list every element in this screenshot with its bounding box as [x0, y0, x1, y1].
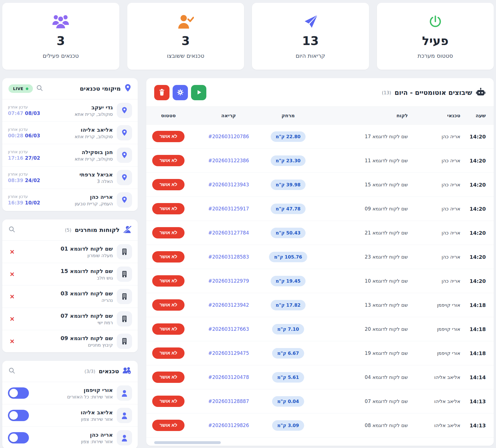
status-badge[interactable]: לא אושר [152, 131, 185, 142]
call-link[interactable]: #202603127784 [208, 230, 249, 236]
assignment-row: 14:20 אריה כהן שם לקוח לדוגמא 17 22.80 ק… [146, 125, 494, 149]
toggle-knob [9, 434, 18, 442]
technician-active-toggle[interactable] [8, 432, 29, 443]
status-badge[interactable]: לא אושר [152, 203, 185, 214]
customer-city: מעלה שומרון [20, 253, 113, 258]
technician-active-toggle[interactable] [8, 410, 29, 421]
remove-excluded-button[interactable]: ✕ [8, 271, 16, 277]
assignment-technician: אריה כהן [408, 206, 460, 212]
status-badge[interactable]: לא אושר [152, 275, 185, 287]
assignment-call: #202603120786 [195, 134, 262, 139]
location-item[interactable]: גדי יעקב סוקולוב, קרית אתא עדכון אחרון 0… [2, 99, 138, 122]
assignment-technician: אריה כהן [408, 230, 460, 236]
toggle-knob [9, 389, 18, 397]
building-icon [117, 244, 132, 259]
assignment-call: #202603127784 [195, 230, 262, 236]
remove-excluded-button[interactable]: ✕ [8, 338, 16, 344]
call-link[interactable]: #202603128583 [208, 254, 249, 260]
call-link[interactable]: #202603125917 [208, 206, 249, 212]
play-icon [195, 89, 202, 97]
assignment-distance: 7.10 ק"מ [262, 324, 314, 334]
run-assignments-button[interactable] [191, 85, 206, 100]
settings-button[interactable] [173, 85, 188, 100]
user-check-icon [177, 14, 194, 29]
col-header-customer: לקוח [314, 113, 408, 118]
search-icon[interactable] [9, 367, 15, 375]
call-link[interactable]: #202603122386 [208, 158, 249, 163]
technician-active-toggle[interactable] [8, 387, 29, 399]
robot-icon [476, 88, 486, 97]
horizontal-scrollbar-thumb[interactable] [154, 441, 221, 444]
distance-badge: 7.10 ק"מ [272, 324, 304, 334]
status-badge[interactable]: לא אושר [152, 323, 185, 335]
last-update-time: 08:39 [8, 178, 23, 183]
technician-name: אליאב אליהו [33, 409, 113, 415]
status-badge[interactable]: לא אושר [152, 179, 185, 190]
stat-label: טכנאים ששובצו [167, 52, 204, 59]
call-link[interactable]: #202603128887 [208, 398, 249, 404]
assignment-call: #202603129826 [195, 423, 262, 428]
status-badge[interactable]: לא אושר [152, 155, 185, 166]
distance-badge: 6.67 ק"מ [272, 348, 304, 359]
col-header-technician: טכנאי [408, 113, 460, 118]
assignment-call: #202603123943 [195, 182, 262, 187]
assignment-customer: שם לקוח לדוגמא 17 [314, 134, 408, 139]
stat-card-assigned-technicians: 3 טכנאים ששובצו [127, 3, 244, 70]
assignment-customer: שם לקוח לדוגמא 11 [314, 158, 408, 163]
call-link[interactable]: #202603123942 [208, 302, 249, 308]
delete-all-button[interactable] [154, 85, 169, 100]
status-badge[interactable]: לא אושר [152, 347, 185, 359]
remove-excluded-button[interactable]: ✕ [8, 316, 16, 322]
remove-excluded-button[interactable]: ✕ [8, 294, 16, 300]
status-badge[interactable]: לא אושר [152, 251, 185, 263]
assignment-technician: אורי קויפמן [408, 302, 460, 308]
technician-locations-panel: מיקומי טכנאים LIVE [2, 78, 138, 211]
status-badge[interactable]: לא אושר [152, 396, 185, 407]
call-link[interactable]: #202603129475 [208, 350, 249, 356]
call-link[interactable]: #202603127663 [208, 326, 249, 332]
status-badge[interactable]: לא אושר [152, 420, 185, 431]
assignments-panel: שיבוצים אוטומטיים - היום (13) [146, 78, 494, 446]
call-link[interactable]: #202603122979 [208, 278, 249, 284]
stat-label: סטטוס מערכת [417, 52, 453, 59]
search-icon[interactable] [36, 85, 43, 93]
paper-plane-icon [303, 14, 318, 29]
assignment-distance: 23.30 ק"מ [262, 155, 314, 166]
technician-address: סוקולוב, קרית אתא [44, 156, 113, 162]
status-badge[interactable]: לא אושר [152, 299, 185, 311]
call-link[interactable]: #202603123943 [208, 182, 249, 187]
location-item[interactable]: אביאל צרפתי האלה 3 עדכון אחרון 08:39 24/… [2, 167, 138, 189]
status-badge[interactable]: לא אושר [152, 227, 185, 238]
assignment-time: 14:20 [460, 206, 486, 212]
assignment-time: 14:20 [460, 182, 486, 188]
call-link[interactable]: #202603120786 [208, 134, 249, 139]
last-update-label: עדכון אחרון [8, 172, 40, 176]
customer-name: שם לקוח לדוגמא 03 [20, 290, 113, 296]
distance-badge: 0.04 ק"מ [272, 396, 304, 407]
call-link[interactable]: #202603120478 [208, 374, 249, 380]
assignment-status: לא אושר [146, 372, 195, 383]
assignment-customer: שם לקוח לדוגמא 23 [314, 254, 408, 260]
excluded-title: לקוחות מוחרגים [75, 227, 120, 233]
technician-item: אורי קויפמן אזור שירות: כל האזורים [2, 382, 138, 404]
remove-excluded-button[interactable]: ✕ [8, 249, 16, 255]
last-update-time: 00:28 [8, 133, 23, 138]
locations-title: מיקומי טכנאים [80, 85, 121, 92]
status-badge[interactable]: לא אושר [152, 372, 185, 383]
live-label: LIVE [13, 86, 24, 91]
distance-badge: 105.76 ק"מ [269, 252, 307, 262]
assignment-call: #202603129475 [195, 350, 262, 356]
assignment-row: 14:13 אליאב אליהו שם לקוח לדוגמא 07 0.04… [146, 389, 494, 413]
last-update-date: 06/03 [25, 133, 40, 138]
location-item[interactable]: חנן בוסקילה סוקולוב, קרית אתא עדכון אחרו… [2, 144, 138, 167]
assignment-call: #202603127663 [195, 326, 262, 332]
distance-badge: 50.43 ק"מ [271, 228, 306, 238]
assignment-row: 14:14 אליאב אליהו שם לקוח לדוגמא 04 5.61… [146, 365, 494, 389]
call-link[interactable]: #202603129826 [208, 423, 249, 428]
location-item[interactable]: אליאב אליהו סוקולוב, קרית אתא עדכון אחרו… [2, 122, 138, 144]
building-icon [117, 289, 132, 304]
customer-name: שם לקוח לדוגמא 01 [20, 246, 113, 252]
stat-card-system-status: פעיל סטטוס מערכת [377, 3, 494, 70]
search-icon[interactable] [9, 226, 15, 234]
location-item[interactable]: אריה כהן העמק, קריית טבעון עדכון אחרון 1… [2, 189, 138, 211]
